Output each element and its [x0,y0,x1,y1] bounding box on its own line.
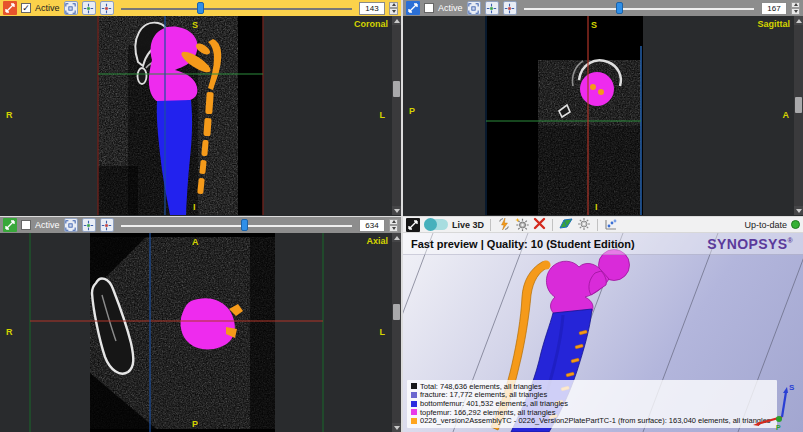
expand-view-icon[interactable] [406,1,420,15]
model-3d-viewport[interactable]: Fast preview | Quality: 10 (Student Edit… [403,233,803,432]
sync-views-icon[interactable] [100,218,114,232]
legend-row: Total: 748,636 elements, all triangles [411,382,771,391]
legend-row: 0226_version2AssemblyTC - 0226_Version2P… [411,416,771,425]
legend-color-plate [411,418,417,424]
coronal-toolbar: ✓ Active [0,0,401,16]
legend-color-fracture [411,392,417,398]
orientation-label-posterior: P [192,419,198,429]
active-checkbox[interactable] [21,220,31,230]
scrollbar-thumb[interactable] [393,81,400,97]
sagittal-toolbar: Active [403,0,803,16]
scroll-down-icon[interactable] [794,206,803,215]
status-ok-icon [791,220,800,229]
slider-thumb[interactable] [241,219,248,231]
slice-value-input[interactable] [359,2,385,15]
sagittal-scrollbar[interactable] [794,16,803,215]
center-crosshair-icon[interactable] [82,218,96,232]
slice-spinner[interactable] [389,219,398,232]
active-label: Active [438,3,463,13]
sync-views-icon[interactable] [100,1,114,15]
active-checkbox[interactable]: ✓ [21,3,31,13]
scrollbar-thumb[interactable] [393,304,400,320]
synopsys-logo: SYNOPSYS® [707,236,793,252]
orientation-label-inferior: I [595,202,598,212]
preview-banner-text: Fast preview | Quality: 10 (Student Edit… [403,238,635,250]
legend-color-topfemur [411,409,417,415]
orientation-label-left: L [380,327,386,337]
mesh-legend: Total: 748,636 elements, all triangles f… [407,380,777,428]
live-3d-label: Live 3D [452,220,484,230]
slice-value-input[interactable] [359,219,385,232]
reset-view-icon[interactable] [64,1,78,15]
axial-toolbar: Active [0,217,401,233]
slider-thumb[interactable] [616,2,623,14]
coronal-scrollbar[interactable] [392,16,401,215]
orientation-triad: S P [749,380,797,432]
center-crosshair-icon[interactable] [485,1,499,15]
live-3d-toggle[interactable] [424,219,448,230]
refresh-preview-icon[interactable] [497,217,511,233]
axial-pane: Active [0,217,401,432]
cancel-preview-icon[interactable] [533,217,546,232]
slice-slider[interactable] [121,218,352,232]
scroll-up-icon[interactable] [392,16,401,25]
slice-slider[interactable] [121,1,352,15]
coronal-viewport[interactable]: S R L I Coronal [0,16,401,215]
surface-model-icon[interactable] [559,217,573,233]
orientation-label-posterior: P [409,106,415,116]
axial-scrollbar[interactable] [392,233,401,432]
axis-label-superior: S [789,383,795,392]
active-label: Active [35,220,60,230]
orientation-label-right: R [6,110,13,120]
orientation-label-inferior: I [193,202,196,212]
legend-color-total [411,383,417,389]
active-label: Active [35,3,60,13]
scroll-down-icon[interactable] [392,423,401,432]
orientation-label-superior: S [192,20,198,30]
orientation-label-right: R [6,327,13,337]
slice-slider[interactable] [524,1,754,15]
view-name-label: Axial [366,236,388,246]
slice-spinner[interactable] [791,2,800,15]
center-crosshair-icon[interactable] [82,1,96,15]
active-checkbox[interactable] [424,3,434,13]
expand-view-icon[interactable] [3,1,17,15]
scrollbar-thumb[interactable] [795,97,802,113]
legend-row: bottomfemur: 401,532 elements, all trian… [411,399,771,408]
view-name-label: Coronal [354,19,388,29]
orientation-label-superior: S [591,20,597,30]
preview-settings-icon[interactable] [515,217,529,233]
coronal-slice-image [0,16,401,215]
expand-view-icon[interactable] [406,218,420,232]
sync-views-icon[interactable] [503,1,517,15]
orientation-label-anterior: A [192,237,199,247]
orientation-label-anterior: A [783,110,790,120]
expand-view-icon[interactable] [3,218,17,232]
coronal-pane: ✓ Active [0,0,401,216]
mesh-statistics-icon[interactable] [604,217,618,233]
reset-view-icon[interactable] [64,218,78,232]
mesh-settings-icon[interactable] [577,217,591,233]
sagittal-viewport[interactable]: S P A I Sagittal [403,16,803,215]
axial-viewport[interactable]: A R L P Axial [0,233,401,432]
model-3d-pane: Live 3D Up-to-date [403,217,803,432]
scroll-up-icon[interactable] [794,16,803,25]
legend-row: topfemur: 166,292 elements, all triangle… [411,408,771,417]
slider-thumb[interactable] [197,2,204,14]
sagittal-pane: Active [403,0,803,216]
orientation-label-left: L [380,110,386,120]
reset-view-icon[interactable] [467,1,481,15]
scroll-up-icon[interactable] [392,233,401,242]
sagittal-slice-image [403,16,803,215]
slice-spinner[interactable] [389,2,398,15]
scroll-down-icon[interactable] [392,206,401,215]
model-3d-toolbar: Live 3D Up-to-date [403,217,803,233]
axial-slice-image [0,233,401,432]
legend-row: fracture: 17,772 elements, all triangles [411,391,771,400]
axis-label-posterior: P [776,424,781,431]
application-window: ✓ Active [0,0,803,432]
slice-value-input[interactable] [761,2,787,15]
status-text: Up-to-date [744,220,787,230]
legend-color-bottomfemur [411,401,417,407]
view-name-label: Sagittal [757,19,790,29]
